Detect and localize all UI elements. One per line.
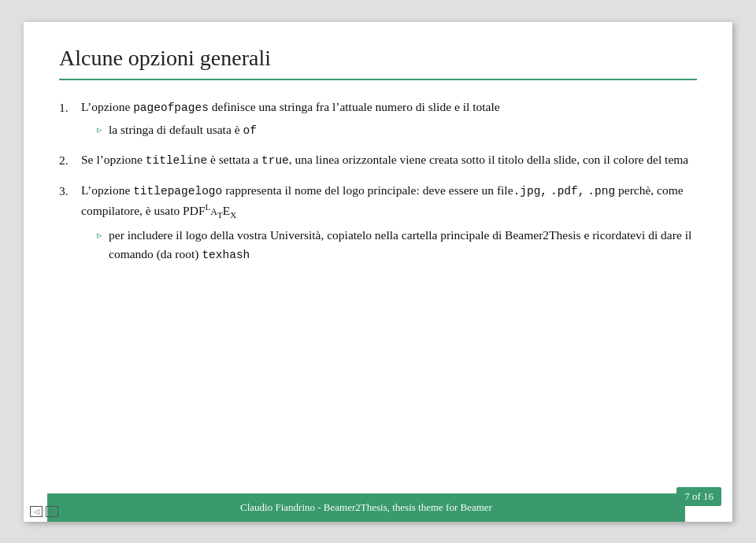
sub-item: ▹ la stringa di default usata è of <box>97 120 697 139</box>
mono-text: texhash <box>202 249 250 261</box>
item-content: L’opzione pageofpages definisce una stri… <box>81 98 697 140</box>
item-number: 2. <box>59 150 81 170</box>
mono-text: .jpg, <box>513 185 548 198</box>
footer-text: Claudio Fiandrino - Beamer2Thesis, thesi… <box>240 501 492 514</box>
mono-text: titlepagelogo <box>133 185 222 198</box>
slide-title: Alcune opzioni generali <box>59 46 697 80</box>
mono-text: pageofpages <box>133 102 209 114</box>
triangle-icon: ▹ <box>97 227 102 243</box>
list-item: 1. L’opzione pageofpages definisce una s… <box>59 98 697 140</box>
bottom-bar: Claudio Fiandrino - Beamer2Thesis, thesi… <box>24 481 732 522</box>
mono-text: of <box>243 124 256 137</box>
item-text: Se l’opzione titleline è settata a true,… <box>81 153 688 166</box>
sub-item: ▹ per includere il logo della vostra Uni… <box>97 226 697 264</box>
item-content: Se l’opzione titleline è settata a true,… <box>81 150 697 169</box>
item-text: L’opzione titlepagelogo rappresenta il n… <box>81 183 684 217</box>
nav-arrows: ◁ ▷ <box>30 506 58 517</box>
item-number: 3. <box>59 181 81 201</box>
list-item: 3. L’opzione titlepagelogo rappresenta i… <box>59 181 697 264</box>
list-item: 2. Se l’opzione titleline è settata a tr… <box>59 150 697 170</box>
next-arrow[interactable]: ▷ <box>46 506 58 517</box>
mono-text: true <box>261 154 289 167</box>
mono-text: .png <box>587 185 615 198</box>
item-text: L’opzione pageofpages definisce una stri… <box>81 100 500 113</box>
slide: Alcune opzioni generali 1. L’opzione pag… <box>24 22 732 522</box>
item-number: 1. <box>59 98 81 117</box>
triangle-icon: ▹ <box>97 122 102 138</box>
page-badge: 7 of 16 <box>676 487 721 506</box>
sub-text: la stringa di default usata è of <box>109 120 697 139</box>
mono-text: titleline <box>146 154 207 167</box>
mono-text: .pdf, <box>550 185 585 198</box>
prev-arrow[interactable]: ◁ <box>30 506 43 517</box>
sub-text: per includere il logo della vostra Unive… <box>109 226 697 264</box>
item-content: L’opzione titlepagelogo rappresenta il n… <box>81 181 697 264</box>
footer-band: Claudio Fiandrino - Beamer2Thesis, thesi… <box>47 493 685 522</box>
slide-content: 1. L’opzione pageofpages definisce una s… <box>59 98 697 264</box>
